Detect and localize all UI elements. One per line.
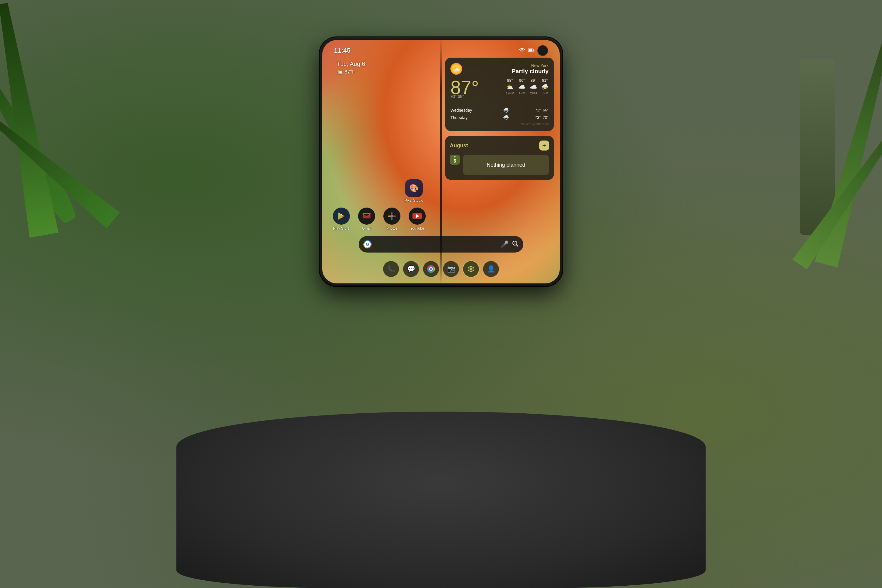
- hourly-time-3pm: 3PM: [541, 92, 549, 95]
- weather-divider: [450, 105, 549, 105]
- svg-point-8: [514, 243, 515, 244]
- weather-main: 87° 90° 68° 88° ⛅ 12PM 90°: [450, 78, 549, 102]
- calendar-body: T 6 Nothing planned: [450, 154, 549, 175]
- trunk: [800, 59, 835, 235]
- forecast-day-thu: Thursday: [450, 115, 477, 120]
- date-weather: ⛅ 87°F: [337, 69, 365, 75]
- gmail-app[interactable]: Gmail: [356, 208, 377, 231]
- youtube-label: YouTube: [407, 226, 428, 231]
- phone-dock-icon[interactable]: 📞: [383, 261, 399, 277]
- battery-icon: [528, 48, 534, 53]
- photos-app[interactable]: Photos: [382, 208, 402, 231]
- chrome-dock-icon[interactable]: [423, 261, 439, 277]
- weather-source: Source: weather.com: [450, 123, 549, 126]
- hourly-icon-3pm: ⛈️: [541, 84, 549, 90]
- hourly-time-12pm: 12PM: [506, 92, 514, 95]
- svg-point-11: [430, 268, 432, 270]
- weather-header: ⛅ New York Partly cloudy: [450, 63, 549, 75]
- hourly-temp-2pm: 89°: [530, 78, 537, 82]
- weather-hourly: 88° ⛅ 12PM 90° ☁️ 1PM 89° ☁️ 2PM: [506, 78, 549, 95]
- forecast-day-wed: Wednesday: [450, 108, 477, 112]
- hourly-icon-1pm: ☁️: [518, 84, 526, 90]
- calendar-widget[interactable]: August + T 6 Nothing planned: [445, 136, 554, 180]
- hourly-icon-12pm: ⛅: [506, 84, 514, 90]
- right-panel: ⛅ New York Partly cloudy 87° 90° 68°: [445, 58, 554, 180]
- weather-condition: Partly cloudy: [512, 68, 549, 75]
- forecast-wednesday: Wednesday 🌧️ 71° 66°: [450, 107, 549, 113]
- hourly-temp-3pm: 81°: [541, 78, 549, 82]
- front-camera: [537, 45, 548, 56]
- hourly-time-2pm: 2PM: [530, 92, 537, 95]
- app-icons-area: Play Store Gmail: [331, 208, 428, 231]
- hourly-time-1pm: 1PM: [518, 92, 526, 95]
- temp-low: 68°: [458, 94, 464, 99]
- calendar-month: August: [450, 142, 468, 149]
- calendar-header: August +: [450, 141, 549, 150]
- hourly-item-12pm: 88° ⛅ 12PM: [506, 78, 514, 95]
- svg-rect-2: [529, 50, 532, 51]
- wifi-icon: [519, 48, 525, 53]
- plant-pot: [176, 412, 706, 588]
- play-store-app[interactable]: Play Store: [331, 208, 352, 231]
- contacts-dock-icon[interactable]: 👤: [483, 261, 499, 277]
- lens-icon[interactable]: [512, 240, 519, 248]
- status-icons: [519, 45, 548, 56]
- photos-label: Photos: [382, 226, 402, 231]
- hourly-icon-2pm: ☁️: [530, 84, 537, 90]
- nothing-planned-box: Nothing planned: [463, 154, 549, 175]
- nothing-planned-text: Nothing planned: [487, 162, 525, 168]
- phone-device: 11:45: [321, 38, 561, 285]
- weather-widget[interactable]: ⛅ New York Partly cloudy 87° 90° 68°: [445, 58, 554, 131]
- forecast-temps-thu: 72° 70°: [535, 115, 549, 120]
- calendar-date-badge: T 6: [450, 154, 460, 165]
- play-store-label: Play Store: [331, 226, 352, 231]
- forecast-icon-thu: 🌧️: [503, 115, 509, 120]
- youtube-icon: [409, 208, 426, 225]
- mic-icon[interactable]: 🎤: [501, 240, 508, 248]
- svg-point-12: [470, 268, 472, 270]
- svg-point-0: [522, 52, 523, 52]
- pixel-studio-app[interactable]: 🎨 Pixel Studio: [405, 179, 423, 202]
- weather-emoji: ⛅: [337, 69, 343, 75]
- photos-icon: [383, 208, 400, 225]
- forecast-icon-wed: 🌧️: [503, 107, 509, 113]
- weather-sun-icon: ⛅: [450, 63, 462, 75]
- weather-location: New York Partly cloudy: [512, 63, 549, 75]
- weather-city: New York: [512, 63, 549, 68]
- calendar-add-button[interactable]: +: [539, 141, 549, 150]
- youtube-app[interactable]: YouTube: [407, 208, 428, 231]
- svg-rect-3: [534, 50, 534, 51]
- camera-dock-icon[interactable]: 📷: [443, 261, 459, 277]
- date-temp: 87°F: [345, 69, 355, 75]
- hourly-item-1pm: 90° ☁️ 1PM: [518, 78, 526, 95]
- svg-rect-4: [363, 213, 371, 214]
- calendar-date-number: 6: [454, 159, 456, 164]
- messages-dock-icon[interactable]: 💬: [403, 261, 419, 277]
- forecast-thursday: Thursday 🌧️ 72° 70°: [450, 115, 549, 120]
- forecast-temps-wed: 71° 66°: [535, 108, 549, 112]
- status-time: 11:45: [334, 47, 351, 54]
- app-row: Play Store Gmail: [331, 208, 428, 231]
- temp-high: 90°: [450, 94, 457, 99]
- pixel-studio-label: Pixel Studio: [405, 198, 423, 202]
- pixel-studio-dock-icon[interactable]: [463, 261, 479, 277]
- hourly-item-2pm: 89° ☁️ 2PM: [530, 78, 537, 95]
- hourly-item-3pm: 81° ⛈️ 3PM: [541, 78, 549, 95]
- gmail-label: Gmail: [356, 226, 377, 231]
- date-day: Tue, Aug 6: [337, 61, 365, 68]
- hourly-temp-1pm: 90°: [518, 78, 526, 82]
- weather-forecast: Wednesday 🌧️ 71° 66° Thursday 🌧️ 72° 70°: [450, 107, 549, 120]
- google-logo: G: [363, 240, 372, 248]
- hourly-temp-12pm: 88°: [506, 78, 514, 82]
- play-store-icon: [333, 208, 350, 225]
- gmail-icon: [358, 208, 375, 225]
- fold-line: [440, 38, 442, 285]
- date-widget: Tue, Aug 6 ⛅ 87°F: [337, 61, 365, 75]
- pixel-studio-icon: 🎨: [405, 179, 423, 197]
